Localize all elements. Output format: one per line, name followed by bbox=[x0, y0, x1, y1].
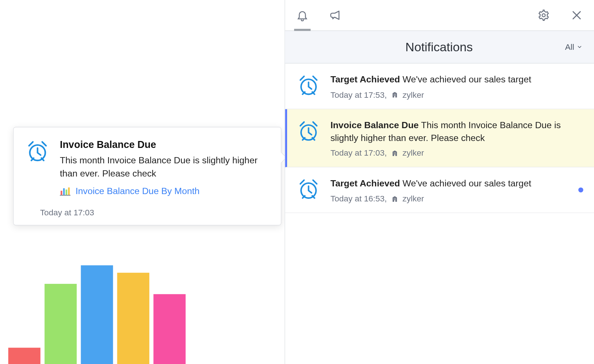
building-icon bbox=[391, 91, 398, 99]
popup-body: This month Invoice Balance Due is slight… bbox=[60, 154, 270, 180]
left-pane: Invoice Balance Due This month Invoice B… bbox=[0, 0, 285, 364]
filter-label: All bbox=[565, 42, 574, 52]
notification-item[interactable]: Target Achieved We've achieved our sales… bbox=[285, 167, 594, 213]
megaphone-tab[interactable] bbox=[328, 8, 343, 23]
svg-point-6 bbox=[542, 14, 545, 16]
alarm-clock-icon bbox=[297, 73, 320, 97]
popup-title: Invoice Balance Due bbox=[60, 139, 270, 151]
invoice-balance-chart bbox=[8, 253, 186, 364]
notification-meta: Today at 16:53, zylker bbox=[330, 194, 584, 204]
bell-tab[interactable] bbox=[295, 8, 310, 23]
building-icon bbox=[391, 195, 398, 203]
gear-icon[interactable] bbox=[536, 8, 551, 23]
notifications-panel: Notifications All Target Achieved We've … bbox=[285, 0, 594, 364]
popup-timestamp: Today at 17:03 bbox=[40, 208, 270, 218]
popup-chart-link[interactable]: Invoice Balance Due By Month bbox=[76, 186, 199, 196]
panel-title: Notifications bbox=[313, 40, 565, 54]
building-icon bbox=[391, 149, 398, 157]
notification-text: Invoice Balance Due This month Invoice B… bbox=[330, 119, 584, 144]
notification-text: Target Achieved We've achieved our sales… bbox=[330, 73, 584, 86]
bar-chart-icon bbox=[60, 186, 70, 196]
chart-bar bbox=[8, 348, 41, 364]
alarm-clock-icon bbox=[297, 177, 320, 201]
chevron-down-icon bbox=[577, 44, 583, 50]
unread-dot bbox=[578, 187, 583, 193]
notification-popup-card: Invoice Balance Due This month Invoice B… bbox=[13, 127, 281, 226]
notification-text: Target Achieved We've achieved our sales… bbox=[330, 177, 584, 190]
panel-header: Notifications All bbox=[285, 30, 594, 63]
alarm-clock-icon bbox=[25, 139, 50, 164]
notification-meta: Today at 17:53, zylker bbox=[330, 90, 584, 100]
filter-dropdown[interactable]: All bbox=[565, 42, 583, 52]
close-icon[interactable] bbox=[569, 8, 584, 23]
svg-rect-2 bbox=[63, 188, 65, 195]
svg-rect-4 bbox=[68, 187, 70, 195]
notification-item[interactable]: Invoice Balance Due This month Invoice B… bbox=[285, 109, 594, 167]
notification-meta: Today at 17:03, zylker bbox=[330, 148, 584, 158]
notification-item[interactable]: Target Achieved We've achieved our sales… bbox=[285, 63, 594, 109]
panel-toolbar bbox=[285, 0, 594, 30]
svg-rect-1 bbox=[60, 191, 62, 195]
chart-bar bbox=[81, 265, 113, 364]
chart-bar bbox=[45, 284, 77, 364]
svg-rect-3 bbox=[66, 189, 67, 195]
notifications-list: Target Achieved We've achieved our sales… bbox=[285, 63, 594, 364]
chart-bar bbox=[117, 273, 150, 364]
chart-bar bbox=[154, 294, 186, 364]
alarm-clock-icon bbox=[297, 119, 320, 143]
